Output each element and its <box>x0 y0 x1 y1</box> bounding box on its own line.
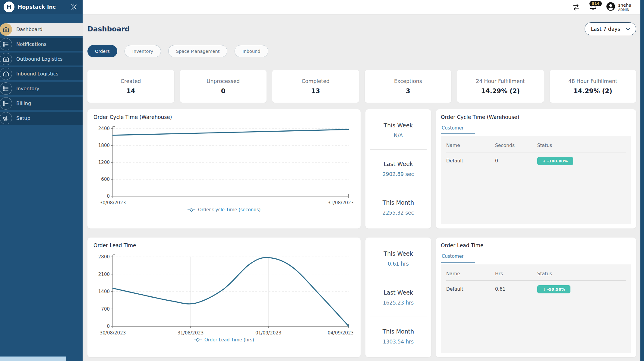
sidebar-item-inbound-logistics[interactable]: Inbound Logistics <box>0 67 83 80</box>
sidebar-item-label: Inbound Logistics <box>16 71 58 77</box>
stat-card-48h-fulfillment: 48 Hour Fulfillment 14.29% (2) <box>550 70 636 103</box>
table-title: Order Lead Time <box>441 242 631 248</box>
sidebar: H Hopstack Inc Dashboard <box>0 0 83 361</box>
status-badge: ↓ -100.00% <box>537 157 573 165</box>
tab-inventory[interactable]: Inventory <box>125 45 161 57</box>
right-scrollbar[interactable] <box>640 0 644 361</box>
stat-value: 14.29% (2) <box>481 88 520 95</box>
svg-text:2800: 2800 <box>98 254 110 260</box>
table-header-row: Name Seconds Status <box>446 138 626 152</box>
legend-label: Order Cycle Time (seconds) <box>198 207 261 212</box>
sidebar-item-label: Billing <box>16 101 31 106</box>
cycle-time-summary-panel: This Week N/A Last Week 2902.89 sec This… <box>365 109 431 228</box>
summary-last-week: Last Week 2902.89 sec <box>370 150 427 188</box>
sidebar-item-dashboard[interactable]: Dashboard <box>4 23 83 36</box>
svg-text:0: 0 <box>107 193 110 199</box>
stat-label: Created <box>121 78 141 84</box>
table-header-row: Name Hrs Status <box>446 266 626 281</box>
sidebar-item-notifications[interactable]: Notifications <box>0 38 83 51</box>
tab-orders[interactable]: Orders <box>87 45 117 57</box>
legend-label: Order Lead Time (hrs) <box>204 337 254 343</box>
table-row: Default 0 ↓ -100.00% <box>446 152 626 169</box>
stat-label: Exceptions <box>394 78 422 84</box>
dashboard-filter-tabs: Orders Inventory Space Management Inboun… <box>87 45 636 57</box>
checklist-icon <box>0 82 12 95</box>
browser-status-tooltip <box>0 356 66 361</box>
tab-space-management[interactable]: Space Management <box>168 45 227 57</box>
stats-row: Created 14 Unprocessed 0 Completed 13 Ex… <box>87 70 636 103</box>
order-cycle-time-row: Order Cycle Time (Warehouse) 06001200180… <box>87 109 636 228</box>
stat-value: 3 <box>406 88 410 95</box>
summary-last-week: Last Week 1625.23 hrs <box>370 278 427 317</box>
page-title: Dashboard <box>87 25 130 33</box>
stat-card-created: Created 14 <box>87 70 174 103</box>
chart-title: Order Cycle Time (Warehouse) <box>93 114 355 120</box>
stat-label: 48 Hour Fulfillment <box>568 78 617 84</box>
cycle-time-customer-table-card: Order Cycle Time (Warehouse) Customer Na… <box>436 109 636 228</box>
sidebar-item-inventory[interactable]: Inventory <box>0 82 83 95</box>
sidebar-item-label: Inventory <box>16 86 39 91</box>
svg-text:2100: 2100 <box>98 272 110 277</box>
stat-label: Completed <box>301 78 330 84</box>
main-content: Dashboard Last 7 days Orders Inventory S… <box>83 14 640 361</box>
order-lead-time-row: Order Lead Time 070014002100280030/08/20… <box>87 238 636 357</box>
tab-inbound[interactable]: Inbound <box>235 45 268 57</box>
order-lead-time-chart-card: Order Lead Time 070014002100280030/08/20… <box>87 238 361 357</box>
summary-this-month: This Month 2255.32 sec <box>370 188 427 227</box>
stat-label: 24 Hour Fulfillment <box>476 78 525 84</box>
brand-name: Hopstack Inc <box>18 4 67 10</box>
sidebar-item-label: Dashboard <box>16 27 43 32</box>
svg-text:31/08/2023: 31/08/2023 <box>178 330 204 336</box>
sidebar-nav: Dashboard Notifications Outbound Logisti… <box>0 23 83 125</box>
sidebar-item-label: Notifications <box>16 41 46 47</box>
tab-customer[interactable]: Customer <box>441 254 475 263</box>
transfer-arrows-icon[interactable] <box>572 3 580 11</box>
forklift-icon <box>0 112 12 124</box>
order-cycle-time-chart: 060012001800240030/08/202331/08/2023 <box>93 124 353 207</box>
lead-time-customer-table-card: Order Lead Time Customer Name Hrs Status… <box>436 238 636 357</box>
stat-value: 14.29% (2) <box>573 88 612 95</box>
sidebar-item-setup[interactable]: Setup <box>0 112 83 125</box>
stat-value: 14 <box>126 88 135 95</box>
svg-text:2400: 2400 <box>98 126 110 131</box>
brand-row: H Hopstack Inc <box>0 0 83 14</box>
sidebar-item-billing[interactable]: Billing <box>0 97 83 110</box>
topbar: 514 sneha ADMIN <box>83 0 640 14</box>
notifications-bell-icon[interactable]: 514 <box>589 3 597 11</box>
table-row: Default 0.61 ↓ -99.98% <box>446 281 626 298</box>
stat-label: Unprocessed <box>207 78 240 84</box>
svg-text:1400: 1400 <box>98 289 110 294</box>
svg-text:30/08/2023: 30/08/2023 <box>100 200 126 206</box>
user-name: sneha <box>618 2 631 8</box>
order-cycle-time-chart-card: Order Cycle Time (Warehouse) 06001200180… <box>87 109 361 228</box>
svg-text:31/08/2023: 31/08/2023 <box>328 200 353 206</box>
stat-value: 13 <box>311 88 320 95</box>
date-range-value: Last 7 days <box>591 26 620 32</box>
warehouse-icon <box>0 23 12 36</box>
hopstack-logo: H <box>4 2 14 12</box>
stat-card-completed: Completed 13 <box>272 70 359 103</box>
warehouse-icon <box>0 68 12 80</box>
sidebar-item-outbound-logistics[interactable]: Outbound Logistics <box>0 53 83 65</box>
stat-card-unprocessed: Unprocessed 0 <box>180 70 267 103</box>
sidebar-item-label: Outbound Logistics <box>16 56 63 62</box>
avatar-icon <box>606 2 615 12</box>
legend-marker-icon <box>194 338 202 342</box>
tab-customer[interactable]: Customer <box>441 125 475 134</box>
svg-text:30/08/2023: 30/08/2023 <box>100 330 126 336</box>
legend-marker-icon <box>188 208 195 212</box>
svg-text:0: 0 <box>107 324 110 329</box>
chart-title: Order Lead Time <box>93 242 355 248</box>
summary-this-week: This Week N/A <box>370 111 427 150</box>
chart-legend: Order Cycle Time (seconds) <box>93 207 355 212</box>
user-menu[interactable]: sneha ADMIN <box>606 2 631 12</box>
date-range-dropdown[interactable]: Last 7 days <box>585 22 636 35</box>
chevron-down-icon <box>625 26 631 32</box>
table-body: Name Seconds Status Default 0 ↓ -100.00% <box>441 136 631 224</box>
svg-text:01/09/2023: 01/09/2023 <box>255 330 281 336</box>
chart-legend: Order Lead Time (hrs) <box>93 337 355 343</box>
lead-time-summary-panel: This Week 0.61 hrs Last Week 1625.23 hrs… <box>365 238 431 357</box>
gear-icon[interactable] <box>70 3 78 11</box>
table-body: Name Hrs Status Default 0.61 ↓ -99.98% <box>441 264 631 353</box>
summary-this-week: This Week 0.61 hrs <box>370 239 427 278</box>
